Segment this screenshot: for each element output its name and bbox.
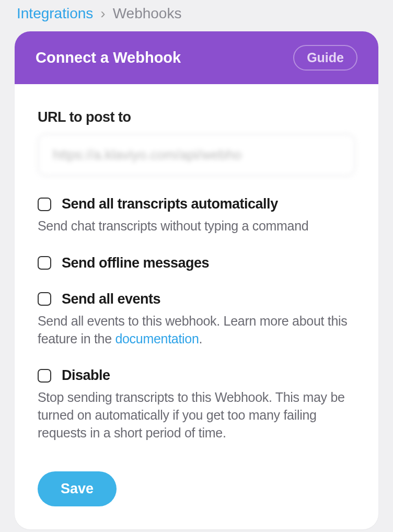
- url-input[interactable]: [38, 134, 355, 176]
- webhook-card: Connect a Webhook Guide URL to post to S…: [15, 31, 378, 529]
- breadcrumb-separator: ›: [100, 5, 105, 22]
- checkbox-transcripts[interactable]: [38, 198, 51, 211]
- option-events-desc: Send all events to this webhook. Learn m…: [38, 313, 355, 348]
- option-events: Send all events Send all events to this …: [38, 291, 355, 348]
- option-transcripts-title: Send all transcripts automatically: [62, 196, 278, 212]
- option-events-title: Send all events: [62, 291, 160, 307]
- breadcrumb-current: Webhooks: [113, 5, 182, 22]
- guide-button[interactable]: Guide: [293, 45, 357, 71]
- checkbox-offline[interactable]: [38, 256, 51, 270]
- breadcrumb: Integrations › Webhooks: [0, 0, 393, 31]
- card-body: URL to post to Send all transcripts auto…: [15, 84, 378, 529]
- checkbox-events[interactable]: [38, 292, 51, 306]
- option-offline-title: Send offline messages: [62, 255, 209, 271]
- card-title: Connect a Webhook: [36, 49, 181, 66]
- documentation-link[interactable]: documentation: [115, 331, 199, 346]
- url-label: URL to post to: [38, 109, 355, 125]
- option-transcripts: Send all transcripts automatically Send …: [38, 196, 355, 235]
- option-disable-title: Disable: [62, 367, 110, 384]
- option-disable-desc: Stop sending transcripts to this Webhook…: [38, 389, 355, 442]
- option-offline: Send offline messages: [38, 255, 355, 271]
- save-button[interactable]: Save: [38, 471, 117, 506]
- option-disable: Disable Stop sending transcripts to this…: [38, 367, 355, 442]
- checkbox-disable[interactable]: [38, 369, 51, 383]
- breadcrumb-integrations-link[interactable]: Integrations: [17, 5, 93, 22]
- option-events-desc-after: .: [199, 331, 203, 346]
- card-header: Connect a Webhook Guide: [15, 31, 378, 84]
- option-transcripts-desc: Send chat transcripts without typing a c…: [38, 217, 355, 235]
